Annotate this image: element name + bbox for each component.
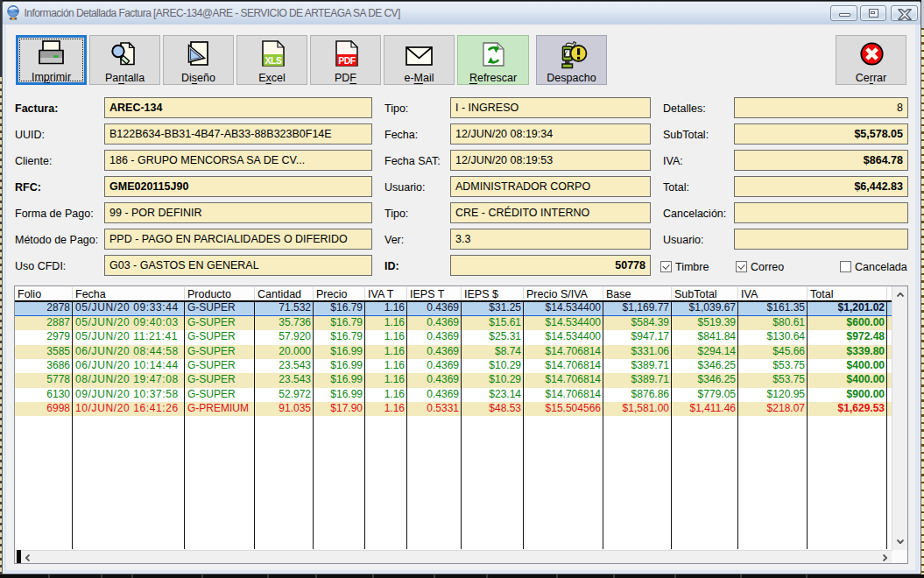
svg-text:XLS: XLS [265,55,282,66]
svg-text:PDF: PDF [338,55,356,66]
